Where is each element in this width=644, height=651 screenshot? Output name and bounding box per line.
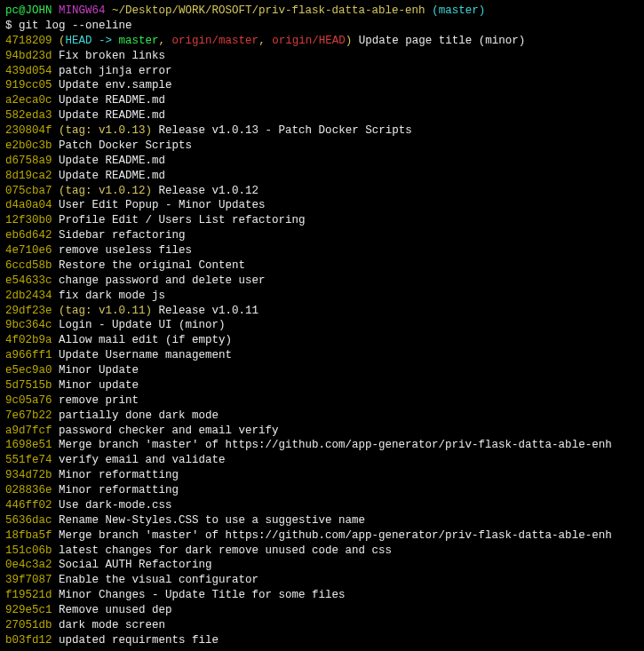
prompt-user: pc@JOHN — [5, 4, 52, 17]
commit-message: Release v1.0.12 — [159, 185, 259, 197]
commit-message: Minor Changes - Update Title for some fi… — [59, 589, 346, 601]
commit-message: patch jinja error — [59, 65, 172, 77]
commit-message: Update README.md — [59, 109, 165, 122]
commit-message: updated requirments file — [59, 634, 219, 647]
ref-part: tag: v1.0.11 — [66, 305, 146, 317]
commit-message: change password and delete user — [59, 274, 266, 287]
commit-hash: b03fd12 — [5, 634, 52, 647]
commit-line: 12f30b0 Profile Edit / Users List refact… — [5, 213, 639, 228]
commit-line: 4f02b9a Allow mail edit (if empty) — [5, 333, 639, 348]
commit-line: 29df23e (tag: v1.0.11) Release v1.0.11 — [5, 304, 639, 319]
commit-line: a9d7fcf password checker and email verif… — [5, 424, 639, 439]
ref-part: HEAD -> — [66, 35, 119, 47]
commit-line: a966ff1 Update Username management — [5, 348, 639, 363]
commit-line: 94bd23d Fix broken links — [5, 49, 639, 64]
commit-line: 934d72b Minor reformatting — [5, 468, 639, 483]
commit-message: dark mode screen — [59, 619, 165, 631]
commit-message: Fix broken links — [59, 50, 165, 62]
commit-line: 0e4c3a2 Social AUTH Refactoring — [5, 558, 639, 573]
ref-open: ( — [59, 124, 66, 137]
commit-message: Enable the visual configurator — [59, 574, 258, 586]
commit-hash: 551fe74 — [5, 454, 52, 466]
commit-line: 27051db dark mode screen — [5, 618, 639, 633]
commit-message: Merge branch 'master' of https://github.… — [59, 439, 612, 451]
commit-hash: 028836e — [5, 484, 52, 496]
commit-line: f19521d Minor Changes - Update Title for… — [5, 588, 639, 603]
commit-line: 9c05a76 remove print — [5, 393, 639, 409]
commit-line: 4e710e6 remove useless files — [5, 243, 639, 258]
commit-hash: e5ec9a0 — [5, 364, 52, 377]
commit-hash: d4a0a04 — [5, 199, 52, 211]
ref-part: origin/master — [172, 35, 259, 47]
commit-line: 439d054 patch jinja error — [5, 64, 639, 79]
commit-line: 9bc364c Login - Update UI (minor) — [5, 318, 639, 333]
commit-line: d6758a9 Update README.md — [5, 154, 639, 169]
commit-message: Update Username management — [59, 349, 232, 361]
commit-hash: 4f02b9a — [5, 334, 52, 346]
commit-line: 028836e Minor reformatting — [5, 483, 639, 498]
prompt-line: pc@JOHN MINGW64 ~/Desktop/WORK/ROSOFT/pr… — [5, 4, 639, 19]
commit-hash: 151c06b — [5, 544, 52, 557]
commit-hash: 5636dac — [5, 514, 52, 527]
ref-part: tag: v1.0.13 — [66, 124, 146, 137]
commit-line: 7e67b22 partially done dark mode — [5, 409, 639, 424]
commit-message: Minor Update — [59, 364, 139, 377]
ref-part: tag: v1.0.12 — [66, 185, 146, 197]
terminal-output[interactable]: pc@JOHN MINGW64 ~/Desktop/WORK/ROSOFT/pr… — [5, 4, 639, 648]
ref-part: , — [159, 35, 172, 47]
commit-hash: 39f7087 — [5, 574, 52, 586]
commit-hash: 439d054 — [5, 65, 52, 77]
ref-part: , — [258, 35, 272, 47]
commit-hash: a9d7fcf — [5, 425, 52, 437]
commit-hash: 7e67b22 — [5, 409, 52, 422]
commit-message: Update README.md — [59, 94, 165, 107]
ref-open: ( — [59, 185, 66, 197]
commit-line: 6ccd58b Restore the original Content — [5, 258, 639, 274]
commit-message: Merge branch 'master' of https://github.… — [59, 529, 612, 542]
commit-message: partially done dark mode — [59, 409, 219, 422]
commit-line: 18fba5f Merge branch 'master' of https:/… — [5, 528, 639, 544]
commit-hash: f19521d — [5, 589, 52, 601]
commit-hash: 12f30b0 — [5, 214, 52, 226]
commit-line: 929e5c1 Remove unused dep — [5, 603, 639, 618]
commit-message: Update page title (minor) — [359, 35, 526, 47]
commit-line: 075cba7 (tag: v1.0.12) Release v1.0.12 — [5, 184, 639, 199]
commit-hash: 8d19ca2 — [5, 170, 52, 182]
commit-message: Minor reformatting — [59, 469, 179, 481]
commit-message: fix dark mode js — [59, 290, 165, 302]
commit-message: Minor reformatting — [59, 484, 179, 496]
commit-message: verify email and validate — [59, 454, 226, 466]
commit-message: Restore the original Content — [59, 259, 245, 272]
commit-message: User Edit Popup - Minor Updates — [59, 199, 266, 211]
commit-hash: 919cc05 — [5, 79, 52, 91]
commit-line: 8d19ca2 Update README.md — [5, 169, 639, 184]
commit-message: Social AUTH Refactoring — [59, 559, 212, 571]
ref-part: master — [119, 35, 159, 47]
commit-message: Update env.sample — [59, 79, 172, 91]
commit-hash: 9c05a76 — [5, 394, 52, 407]
commit-line: 446ff02 Use dark-mode.css — [5, 498, 639, 513]
ref-close: ) — [146, 185, 153, 197]
commit-hash: 4718209 — [5, 35, 52, 47]
commit-line: 151c06b latest changes for dark remove u… — [5, 544, 639, 559]
commit-hash: 2db2434 — [5, 290, 52, 302]
commit-hash: a2eca0c — [5, 94, 52, 107]
commit-line: 1698e51 Merge branch 'master' of https:/… — [5, 438, 639, 453]
commit-message: Sidebar refactoring — [59, 229, 186, 242]
commit-hash: 18fba5f — [5, 529, 52, 542]
commit-message: Rename New-Styles.CSS to use a suggestiv… — [59, 514, 365, 527]
commit-hash: 582eda3 — [5, 109, 52, 122]
commit-hash: a966ff1 — [5, 349, 52, 361]
commit-message: Remove unused dep — [59, 604, 172, 616]
prompt-branch: (master) — [432, 4, 485, 17]
prompt-path: ~/Desktop/WORK/ROSOFT/priv-flask-datta-a… — [112, 4, 425, 17]
commit-hash: eb6d642 — [5, 229, 52, 242]
commit-line: b03fd12 updated requirments file — [5, 633, 639, 648]
commit-message: Update README.md — [59, 170, 165, 182]
commit-message: Profile Edit / Users List refactoring — [59, 214, 306, 226]
commit-hash: 1698e51 — [5, 439, 52, 451]
ref-open: ( — [59, 35, 66, 47]
commit-hash: 230804f — [5, 124, 52, 137]
commit-message: Minor update — [59, 379, 139, 392]
command-line: $ git log --oneline — [5, 19, 639, 34]
